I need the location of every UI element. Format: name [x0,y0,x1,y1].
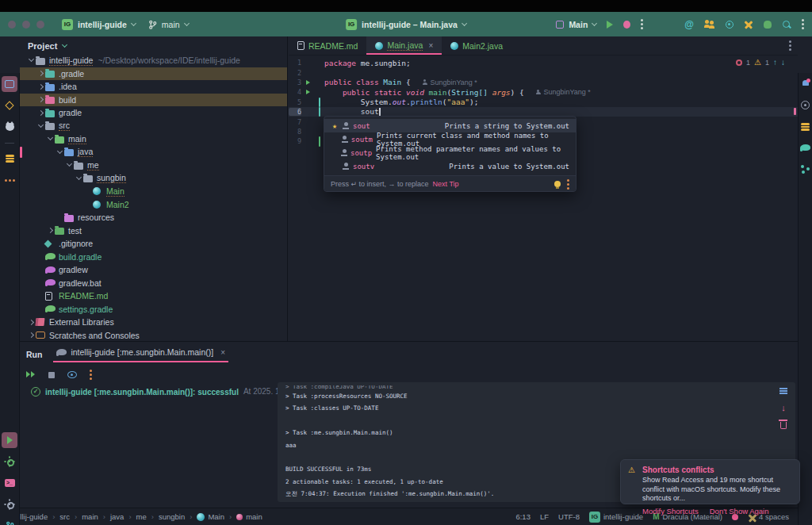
notification-balloon[interactable]: ⚠ Shortcuts conflicts Show Read Access a… [620,459,800,504]
tree-item-main[interactable]: Main [20,185,287,198]
window-controls[interactable] [8,21,44,29]
chevron-down-icon[interactable] [26,59,36,61]
editor-tabs-more-icon[interactable] [789,40,791,51]
tree-item-readme-md[interactable]: README.md [20,289,287,303]
lightbulb-icon[interactable] [554,181,561,187]
run-config-selector[interactable]: Main [556,20,596,29]
filter-eye-button[interactable] [67,371,77,378]
more-run-actions-button[interactable] [641,19,643,29]
line-number[interactable]: 6 [289,108,301,116]
breadcrumb-main[interactable]: main [82,512,98,521]
tree-item-settings-gradle[interactable]: settings.gradle [20,303,287,316]
breadcrumb-main[interactable]: Main [197,512,224,521]
line-separator[interactable]: LF [540,512,549,521]
chevron-right-icon[interactable] [36,111,45,115]
line-number[interactable]: 3 [289,79,301,86]
dependencies-graph-icon[interactable] [801,165,810,174]
chevron-right-icon[interactable] [26,333,36,337]
window-title-widget[interactable]: IG intellij-guide – Main.java [346,19,466,30]
tree-item-gradlew[interactable]: gradlew [20,263,287,277]
gradle-elephant-icon[interactable] [800,144,810,151]
code-line[interactable]: 4 public static void main(String[] args)… [289,87,798,97]
line-number[interactable]: 4 [289,88,301,96]
run-gutter-icon[interactable] [303,90,313,94]
tree-item-gitignore[interactable]: .gitignore [20,237,287,251]
assistant-icon[interactable] [801,101,810,109]
tree-item-me[interactable]: me [20,159,287,172]
dont-show-again-link[interactable]: Don't Show Again [710,507,769,515]
titlebar-more-icon[interactable] [802,19,804,29]
code-line[interactable]: 2 [289,67,798,77]
modify-shortcuts-link[interactable]: Modify Shortcuts [642,507,699,515]
next-tip-link[interactable]: Next Tip [433,180,459,188]
plugin-creature-icon[interactable] [764,21,772,29]
file-encoding[interactable]: UTF-8 [558,512,580,521]
chevron-down-icon[interactable] [64,164,74,166]
record-icon[interactable] [726,21,733,29]
project-widget[interactable]: IG intellij-guide [62,19,136,30]
line-number[interactable]: 7 [289,118,301,126]
breadcrumb-sungbin[interactable]: sungbin [159,512,185,521]
run-more-button[interactable] [90,370,92,380]
notifications-bell-icon[interactable] [802,79,810,87]
rerun-button[interactable] [26,371,36,379]
minimize-window-button[interactable] [22,21,30,29]
tree-item-main[interactable]: main [20,132,287,146]
completion-item-soutm[interactable]: soutmPrints current class and method nam… [324,132,576,146]
chevron-down-icon[interactable] [55,151,64,153]
line-number[interactable]: 1 [289,59,301,67]
chevron-right-icon[interactable] [36,71,45,75]
completion-item-soutv[interactable]: soutvPrints a value to System.out [324,159,576,173]
statusbar-project-widget[interactable]: IG intellij-guide [589,512,643,523]
commit-tool-button[interactable] [2,98,17,113]
completion-item-soutp[interactable]: soutpPrints method parameter names and v… [324,146,576,159]
scroll-to-end-icon[interactable]: ↓ [781,404,786,412]
chevron-down-icon[interactable] [45,138,55,140]
tree-item-external-libraries[interactable]: External Libraries [20,316,287,329]
run-line-play-icon[interactable] [306,90,310,94]
ai-mentions-icon[interactable]: @ [684,20,694,29]
breadcrumb-main[interactable]: main [236,512,262,521]
run-tab[interactable]: intellij-guide [:me.sungbin.Main.main()]… [53,346,228,362]
problems-tool-button[interactable] [2,496,17,512]
more-tools-button[interactable] [2,172,17,188]
zoom-window-button[interactable] [36,21,44,29]
line-number[interactable]: 8 [289,128,301,136]
code-area[interactable]: 1 ⚠ 1 ↑ ↓ 1package me.sungbin;23public c… [289,56,798,340]
tab-main-java[interactable]: Main.java× [366,36,442,55]
line-number[interactable]: 9 [289,137,301,145]
tree-item-src[interactable]: src [20,120,287,133]
terminal-tool-button[interactable]: >_ [2,475,17,491]
caret-position[interactable]: 6:13 [515,512,530,521]
breadcrumb-java[interactable]: java [110,512,124,521]
line-number[interactable]: 5 [289,98,301,106]
tree-item-sungbin[interactable]: sungbin [20,172,287,186]
clear-console-icon[interactable] [780,422,787,429]
tab-readme-md[interactable]: README.md [289,36,366,55]
vcs-widget[interactable]: main [148,20,189,29]
build-tools-icon[interactable] [744,20,753,29]
run-button[interactable] [607,21,613,29]
code-line[interactable]: 1package me.sungbin; [289,58,798,67]
tree-item-idea[interactable]: .idea [20,80,287,94]
tree-item-build-gradle[interactable]: build.gradle [20,251,287,264]
debug-button[interactable] [623,21,630,29]
project-panel-header[interactable]: Project [20,36,287,54]
chevron-right-icon[interactable] [36,98,45,102]
tree-item-gradlew-bat[interactable]: gradlew.bat [20,277,287,290]
database-icon[interactable] [801,123,810,131]
run-line-play-icon[interactable] [306,80,310,85]
completion-item-sout[interactable]: ★soutPrints a string to System.out [324,119,576,132]
git-tool-button[interactable] [2,518,17,525]
chevron-down-icon[interactable] [74,178,83,179]
search-everywhere-icon[interactable] [782,20,791,29]
breadcrumb-me[interactable]: me [136,512,147,521]
services-tool-button[interactable] [2,454,17,469]
chevron-down-icon[interactable] [36,125,45,127]
chevron-right-icon[interactable] [45,228,55,232]
tree-item-build[interactable]: build [20,94,287,107]
github-tool-button[interactable] [2,119,17,135]
code-line[interactable]: 3public class Main { SungbinYang * [289,78,798,87]
chevron-right-icon[interactable] [26,320,36,324]
code-with-me-icon[interactable] [704,20,715,29]
